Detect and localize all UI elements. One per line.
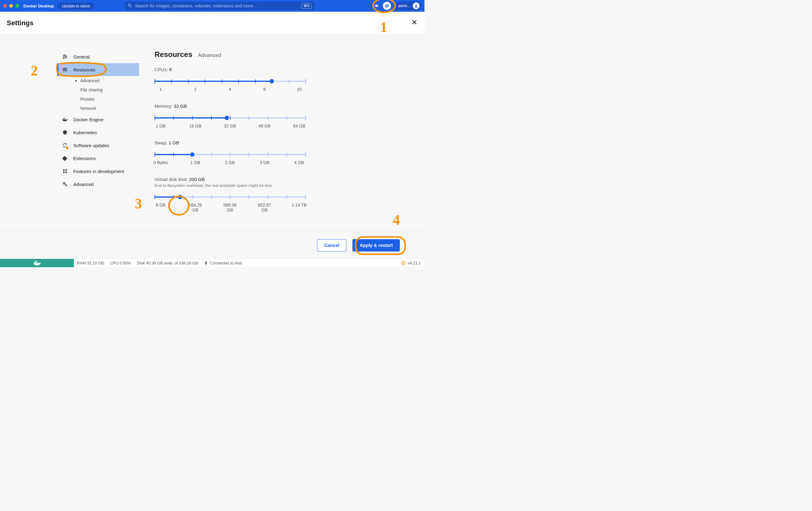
close-window-icon[interactable] — [3, 4, 7, 8]
close-button[interactable] — [411, 19, 418, 27]
svg-point-11 — [64, 55, 65, 56]
disk-label: Virtual disk limit: — [154, 177, 188, 182]
cpus-value: 8 — [169, 67, 172, 72]
memory-slider-labels: 1 GB16 GB32 GB48 GB64 GB — [151, 123, 309, 129]
sidebar-item-kubernetes[interactable]: Kubernetes — [57, 126, 139, 139]
sidebar-item-label: Docker Engine — [73, 117, 104, 122]
bug-icon[interactable] — [374, 3, 379, 9]
swap-slider[interactable] — [154, 151, 306, 158]
settings-sidebar: General Resources Advanced File sharing … — [0, 50, 139, 231]
disk-value: 200 GB — [189, 177, 205, 182]
slider-tick-label: 10 — [290, 87, 309, 92]
resources-icon — [62, 67, 68, 72]
svg-rect-19 — [64, 119, 65, 120]
cpus-label: CPUs: — [154, 67, 168, 72]
sidebar-sub-filesharing[interactable]: File sharing — [57, 85, 139, 94]
titlebar: Docker Desktop Update to latest Search f… — [0, 0, 425, 12]
svg-point-7 — [415, 4, 417, 6]
disk-slider-labels: 8 GB284.29 GB568.58 GB852.87 GB1.14 TB — [151, 203, 309, 212]
disk-slider[interactable] — [154, 193, 306, 201]
svg-rect-33 — [37, 262, 38, 263]
svg-line-4 — [378, 5, 378, 5]
svg-rect-26 — [65, 171, 67, 173]
bullet-icon — [75, 80, 77, 82]
window-controls — [3, 4, 19, 8]
sidebar-item-docker-engine[interactable]: Docker Engine — [57, 113, 139, 126]
sidebar-item-label: General — [73, 54, 90, 59]
sidebar-item-general[interactable]: General — [57, 50, 139, 63]
sidebar-item-label: Extensions — [73, 156, 96, 161]
memory-value: 32 GB — [174, 104, 187, 109]
maximize-window-icon[interactable] — [16, 4, 19, 8]
svg-line-3 — [375, 5, 375, 5]
cancel-button[interactable]: Cancel — [317, 239, 346, 252]
update-badge-icon — [65, 146, 69, 150]
setting-disk: Virtual disk limit: 200 GB Due to filesy… — [154, 177, 378, 212]
slider-tick-label: 2 GB — [221, 160, 239, 165]
memory-slider[interactable] — [154, 114, 306, 121]
update-button[interactable]: Update to latest — [58, 2, 94, 9]
minimize-window-icon[interactable] — [9, 4, 13, 8]
slider-tick-label: 1 GB — [186, 160, 205, 165]
docker-running-indicator[interactable] — [0, 259, 74, 267]
slider-tick-label: 284.29 GB — [186, 203, 205, 212]
status-ram: RAM 32.10 GB — [74, 261, 107, 265]
username-label: aienk… — [398, 4, 411, 8]
sidebar-item-features-dev[interactable]: Features in development — [57, 165, 139, 178]
app-title: Docker Desktop — [23, 4, 54, 8]
whale-icon — [62, 117, 68, 122]
sidebar-item-resources[interactable]: Resources — [57, 63, 139, 76]
sidebar-sub-proxies[interactable]: Proxies — [57, 94, 139, 104]
swap-label: Swap: — [154, 140, 168, 145]
svg-rect-20 — [65, 119, 65, 120]
slider-tick-label: 16 GB — [186, 123, 205, 129]
settings-button[interactable] — [383, 2, 391, 10]
sidebar-item-advanced[interactable]: Advanced — [57, 178, 139, 191]
svg-rect-16 — [63, 68, 67, 71]
account-chip[interactable]: aienk… — [395, 2, 422, 10]
plug-icon — [204, 261, 208, 265]
svg-rect-18 — [63, 119, 64, 120]
apply-restart-button[interactable]: Apply & restart — [352, 239, 400, 252]
content-title: Resources — [154, 50, 193, 59]
setting-swap: Swap: 1 GB 0 Bytes1 GB2 GB3 GB4 GB — [154, 140, 378, 165]
slider-tick-label: 64 GB — [290, 123, 309, 129]
svg-rect-17 — [64, 69, 66, 70]
svg-rect-36 — [205, 262, 207, 264]
slider-tick-label: 0 Bytes — [151, 160, 170, 165]
setting-memory: Memory: 32 GB 1 GB16 GB32 GB48 GB64 GB — [154, 104, 378, 129]
settings-header: Settings — [0, 12, 425, 35]
shortcut-badge: ⌘K — [301, 3, 312, 9]
cpus-slider[interactable] — [154, 78, 306, 85]
avatar-icon — [413, 2, 419, 9]
sidebar-item-extensions[interactable]: Extensions — [57, 152, 139, 165]
warning-icon[interactable] — [401, 260, 406, 266]
svg-point-29 — [65, 184, 67, 186]
settings-content: Resources Advanced CPUs: 8 124810 Memory… — [139, 50, 425, 231]
svg-rect-30 — [34, 262, 35, 263]
page-title: Settings — [7, 19, 411, 27]
statusbar: RAM 32.10 GB CPU 0.50% Disk 45.39 GB ava… — [0, 259, 425, 267]
slider-tick-label: 4 — [221, 87, 239, 92]
svg-rect-25 — [63, 171, 65, 173]
slider-tick-label: 1 — [151, 87, 170, 92]
puzzle-icon — [62, 155, 68, 161]
svg-marker-22 — [63, 130, 67, 135]
svg-rect-24 — [65, 169, 67, 171]
search-input[interactable]: Search for images, containers, volumes, … — [125, 2, 314, 10]
slider-tick-label: 4 GB — [290, 160, 309, 165]
swap-slider-labels: 0 Bytes1 GB2 GB3 GB4 GB — [151, 160, 309, 165]
kubernetes-icon — [62, 130, 68, 135]
status-cpu: CPU 0.50% — [107, 261, 134, 265]
swap-value: 1 GB — [169, 140, 179, 145]
svg-rect-35 — [36, 261, 37, 262]
sidebar-item-label: Advanced — [73, 181, 94, 187]
svg-point-13 — [65, 56, 66, 57]
sidebar-sub-label: Advanced — [80, 78, 99, 83]
svg-rect-32 — [36, 262, 37, 263]
sidebar-item-software-updates[interactable]: Software updates — [57, 139, 139, 152]
sidebar-sub-network[interactable]: Network — [57, 104, 139, 113]
svg-rect-21 — [64, 118, 65, 118]
sidebar-sub-advanced[interactable]: Advanced — [57, 76, 139, 85]
svg-rect-31 — [35, 262, 36, 263]
